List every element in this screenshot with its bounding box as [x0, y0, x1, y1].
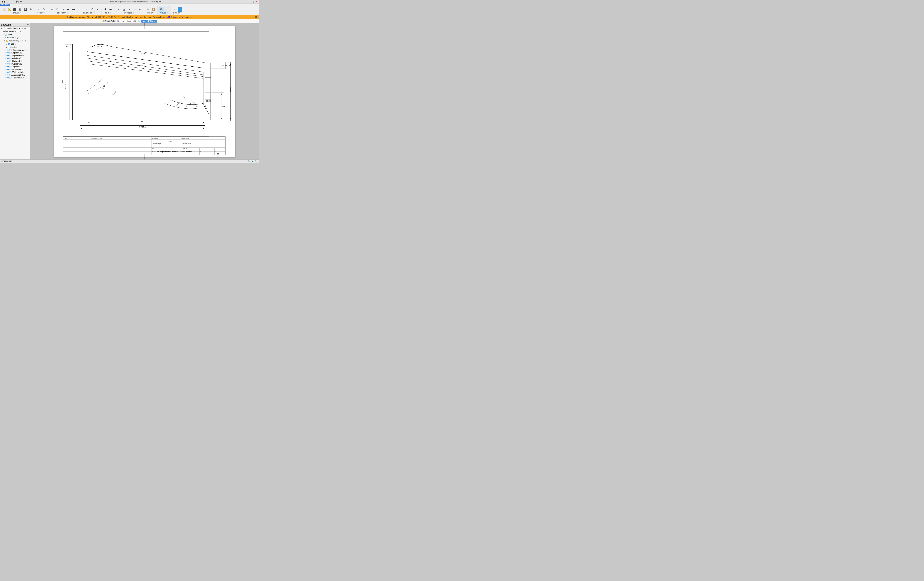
insert-label[interactable]: INSERT ▼: [147, 12, 155, 14]
dim-icon-4[interactable]: ⌀: [95, 7, 100, 12]
tree-item-f5pipe[interactable]: 👁 🔷 📄 F5 pipe new v3:1: [0, 68, 30, 71]
create-label[interactable]: CREATE ▼: [13, 12, 21, 14]
tree-item-d5pipe[interactable]: 👁 🔷 📄 D5 pipe v3:1: [0, 63, 30, 65]
make-editable-button[interactable]: Make Editable: [141, 20, 157, 23]
tree-item-root[interactable]: ▼ 📄 Base bar aligned to first null lets …: [0, 26, 30, 30]
tb-createdby-value: 3/1/20: [168, 141, 173, 142]
close-btn[interactable]: ✕: [255, 0, 258, 3]
forward-btn[interactable]: ▶: [4, 0, 6, 3]
c3pipe-label: C3 pipe v3:1: [12, 52, 22, 54]
dimensions-label[interactable]: DIMENSIONS ▼: [83, 12, 96, 14]
create-icon-4[interactable]: ▦: [18, 7, 22, 12]
geometry-icon-4[interactable]: ✱: [66, 7, 70, 12]
toggle-sheet1: ▼: [2, 34, 4, 35]
toolbar-section-text: A A+ TEXT ▼: [101, 5, 115, 15]
export-icon-2[interactable]: 🌐: [178, 7, 182, 12]
readonly-dot: [103, 20, 104, 22]
redo-btn[interactable]: ↪: [11, 0, 14, 3]
symbols-label[interactable]: SYMBOLS ▼: [124, 12, 135, 14]
notification-text2: for updates.: [181, 16, 191, 18]
tb-docstatus-label: Document status: [182, 143, 191, 144]
zoom-out-btn[interactable]: 🔍: [248, 160, 251, 163]
browser-close-icon[interactable]: ✕: [27, 24, 29, 26]
tree-item-bodies[interactable]: ▶ 🔷 Bodies: [0, 42, 30, 45]
text-icon-1[interactable]: A: [103, 7, 108, 12]
tree-item-f6pipe[interactable]: 👁 🔷 📄 F6 pipe new v4:1: [0, 76, 30, 79]
insert-icon-1[interactable]: ⊕: [146, 7, 150, 12]
tree-item-doc-settings[interactable]: ⚙ Document Settings: [0, 30, 30, 33]
text-icon-2[interactable]: A+: [108, 7, 113, 12]
svg-line-12: [87, 58, 203, 75]
export-label[interactable]: EXPORT ▼: [173, 12, 182, 14]
sidebar-header: BROWSER ✕: [0, 23, 30, 26]
modify-icon-1[interactable]: ↩: [36, 7, 41, 12]
tree-item-e5pipe[interactable]: 👁 🔷 📄 E5 pipe v3:1: [0, 65, 30, 68]
insert-icon-2[interactable]: 📋: [151, 7, 156, 12]
toolbar-section-create: ⬜ 📐 ⬛ ▦ 🔲 ⊕ CREATE ▼: [0, 5, 35, 15]
back-btn[interactable]: ◀: [1, 0, 3, 3]
tables-icon-2[interactable]: ≡: [164, 7, 169, 12]
tree-item-c3pipe[interactable]: 👁 🔷 📄 C3 pipe v3:1: [0, 51, 30, 54]
tree-item-sheet1[interactable]: ▼ 📃 Sheet1: [0, 33, 30, 36]
modify-icon-2[interactable]: ⟳: [41, 7, 46, 12]
toggle-bodies: ▶: [6, 43, 7, 45]
geometry-icon-3[interactable]: ◇: [60, 7, 65, 12]
modify-label[interactable]: MODIFY ▼: [37, 12, 45, 14]
tb-dwgno-label: DWG No.: [182, 147, 187, 149]
notification-close-btn[interactable]: ✕: [255, 15, 257, 18]
sym-icon-5[interactable]: ↩: [138, 7, 142, 12]
sketches-label: Sketches: [10, 46, 17, 48]
text-label[interactable]: TEXT ▼: [105, 12, 111, 14]
tables-label[interactable]: TABLES ▼: [160, 12, 168, 14]
maximize-btn[interactable]: □: [252, 1, 255, 3]
sym-icon-3[interactable]: ⌀: [127, 7, 132, 12]
undo-btn[interactable]: ↩: [8, 0, 11, 3]
create-icon-3[interactable]: ⬛: [12, 7, 17, 12]
tree-item-sketches[interactable]: ▶ ✏ Sketches: [0, 45, 30, 49]
tree-item-b3pipe[interactable]: 👁 🔷 📄 Bb3 pipe v3:1: [0, 57, 30, 60]
comments-bar: COMMENTS 🔍 ⊡ 🔍: [0, 159, 259, 163]
doc-bar: Read-Only Document is not editable Make …: [0, 19, 259, 23]
health-dashboard-link[interactable]: Health Dashboard: [165, 16, 181, 18]
create-icon-1[interactable]: ⬜: [2, 7, 6, 12]
dim-icon-1[interactable]: ↔: [79, 7, 84, 12]
zoom-in-btn[interactable]: 🔍: [254, 160, 257, 163]
sym-icon-2[interactable]: △: [122, 7, 126, 12]
tree-item-c5pipe[interactable]: 👁 🔷 📄 C5 pipe v3:1: [0, 60, 30, 63]
tree-item-sheet-settings[interactable]: ⚙ Sheet Settings: [0, 36, 30, 39]
browser-label: BROWSER: [1, 24, 11, 26]
create-icon-2[interactable]: 📐: [7, 7, 12, 12]
svg-line-14: [87, 64, 203, 78]
settings-btn[interactable]: ⚙: [20, 0, 23, 3]
tree-item-g5pipe[interactable]: 👁 🔷 📄 G5 pipe only fo...: [0, 71, 30, 74]
dim-length2: 857.57: [139, 64, 145, 67]
toggle-base-bar: ▼: [4, 40, 5, 42]
geometry-label[interactable]: GEOMETRY ▼: [57, 12, 69, 14]
dim-icon-3[interactable]: ∠: [90, 7, 94, 12]
main-toolbar: DRAWING ⬜ 📐 ⬛ ▦ 🔲 ⊕ CREATE ▼ ↩ ⟳ MODIFY …: [0, 4, 259, 15]
tree-item-a3pipe[interactable]: 👁 🔷 📄 A3 pipe new v3:...: [0, 54, 30, 57]
tree-item-a5pipe[interactable]: 👁 🔷 📄 A5 pipe only fo...: [0, 74, 30, 76]
minimize-btn[interactable]: —: [249, 1, 252, 3]
tree-item-f3pipe[interactable]: 👁 🔷 📄 F3 pipe new v3:1: [0, 49, 30, 51]
export-icon-1[interactable]: ↑: [172, 7, 177, 12]
sketches-icon: ✏: [8, 46, 9, 48]
geometry-icon-2[interactable]: □: [55, 7, 60, 12]
zoom-fit-btn[interactable]: ⊡: [251, 160, 253, 163]
readonly-label: Read-Only: [105, 20, 115, 22]
bodies-label: Bodies: [11, 43, 16, 45]
dim-icon-2[interactable]: ↕: [84, 7, 89, 12]
canvas-area[interactable]: 165.98° 872.93 857.57 81.54° 75.98° 104.…: [30, 23, 259, 159]
tables-icon-1[interactable]: ⊞: [159, 7, 164, 12]
sym-icon-1[interactable]: ✓: [116, 7, 121, 12]
save-btn[interactable]: 💾: [15, 0, 19, 3]
tree-item-base-bar[interactable]: ▼ 📐 Base bar aligned to first null lets.…: [0, 39, 30, 42]
geometry-icon-5[interactable]: —: [71, 7, 76, 12]
tb-sheet-value: 1/2: [217, 153, 219, 155]
create-icon-6[interactable]: ⊕: [28, 7, 33, 12]
dim-angle1: 165.98°: [96, 45, 103, 48]
arrow-top-left: [66, 45, 68, 46]
create-icon-5[interactable]: 🔲: [23, 7, 28, 12]
geometry-icon-1[interactable]: ○: [50, 7, 54, 12]
sym-icon-4[interactable]: →: [132, 7, 137, 12]
